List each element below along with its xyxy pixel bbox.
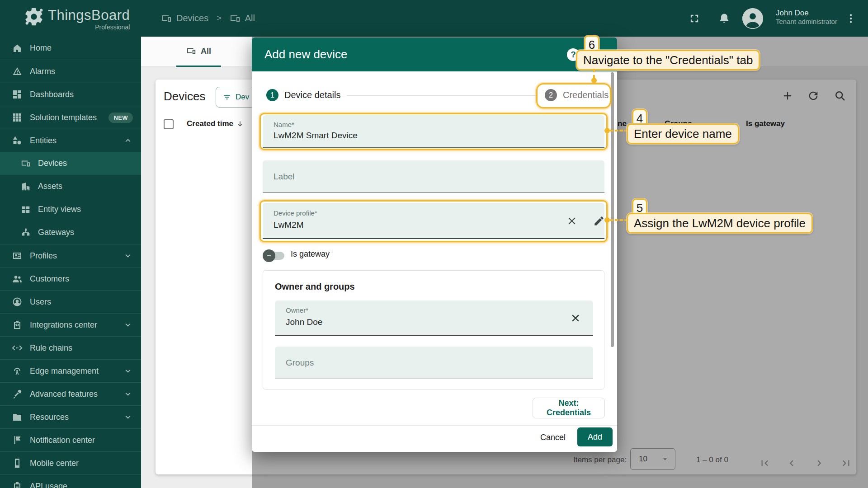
gateways-hub-icon bbox=[21, 228, 31, 238]
assets-building-icon bbox=[21, 182, 31, 192]
column-header-created-time[interactable]: Created time bbox=[187, 119, 244, 128]
callout-6-text: Navigate to the "Credentials" tab bbox=[576, 50, 760, 70]
breadcrumb: Devices > All bbox=[161, 0, 255, 37]
sidebar: Home Alarms Dashboards Solution template… bbox=[0, 37, 141, 488]
breadcrumb-separator: > bbox=[217, 14, 222, 23]
sidebar-item-notification-center[interactable]: Notification center bbox=[0, 428, 141, 451]
select-all-checkbox[interactable] bbox=[164, 119, 174, 129]
breadcrumb-all[interactable]: All bbox=[230, 13, 255, 24]
home-icon bbox=[12, 43, 23, 54]
sidebar-item-advanced-features[interactable]: Advanced features bbox=[0, 382, 141, 405]
sidebar-item-alarms[interactable]: Alarms bbox=[0, 60, 141, 83]
entity-views-icon bbox=[21, 205, 31, 215]
sidebar-item-integrations-center[interactable]: Integrations center bbox=[0, 313, 141, 336]
brand-subtitle: Professional bbox=[95, 23, 130, 31]
kebab-menu-icon[interactable] bbox=[844, 12, 857, 25]
step-1-label[interactable]: Device details bbox=[284, 90, 341, 100]
sidebar-item-home[interactable]: Home bbox=[0, 37, 141, 60]
dialog-title: Add new device bbox=[264, 38, 348, 71]
add-button[interactable]: Add bbox=[577, 427, 613, 446]
dashboards-icon bbox=[12, 89, 23, 100]
owner-input[interactable]: Owner* John Doe bbox=[275, 300, 593, 336]
profiles-badge-icon bbox=[12, 250, 23, 261]
sidebar-item-users[interactable]: Users bbox=[0, 290, 141, 313]
clipboard-icon bbox=[12, 481, 23, 488]
dialog-scrollbar[interactable] bbox=[611, 72, 614, 347]
devices-icon bbox=[230, 13, 241, 24]
step-1-circle[interactable]: 1 bbox=[266, 89, 278, 101]
user-role: Tenant administrator bbox=[776, 18, 837, 26]
new-badge: NEW bbox=[108, 113, 133, 123]
toggle-minus-icon bbox=[263, 249, 275, 262]
user-info[interactable]: John Doe Tenant administrator bbox=[776, 8, 837, 26]
sort-desc-arrow-icon bbox=[236, 120, 244, 128]
devices-icon bbox=[186, 46, 196, 56]
sidebar-item-rule-chains[interactable]: Rule chains bbox=[0, 336, 141, 359]
sidebar-item-gateways[interactable]: Gateways bbox=[0, 221, 141, 244]
sidebar-item-solution-templates[interactable]: Solution templates NEW bbox=[0, 106, 141, 129]
next-credentials-button[interactable]: Next: Credentials bbox=[533, 398, 605, 418]
stepper-connector bbox=[347, 95, 537, 96]
owner-and-groups-title: Owner and groups bbox=[275, 282, 355, 292]
sidebar-item-edge-management[interactable]: Edge management bbox=[0, 359, 141, 382]
rule-chains-icon bbox=[12, 343, 23, 353]
devices-icon bbox=[21, 159, 31, 169]
sidebar-item-entities[interactable]: Entities bbox=[0, 129, 141, 152]
grid-icon bbox=[12, 112, 23, 123]
callout-5-text: Assign the LwM2M device profile bbox=[627, 213, 813, 234]
sidebar-item-entity-views[interactable]: Entity views bbox=[0, 198, 141, 221]
highlight-credentials-step bbox=[536, 83, 611, 108]
sidebar-item-assets[interactable]: Assets bbox=[0, 175, 141, 198]
sidebar-item-api-usage[interactable]: API usage bbox=[0, 474, 141, 488]
sidebar-item-resources[interactable]: Resources bbox=[0, 405, 141, 428]
groups-field-placeholder: Groups bbox=[286, 358, 314, 368]
sidebar-item-profiles[interactable]: Profiles bbox=[0, 244, 141, 267]
flag-icon bbox=[12, 435, 23, 446]
alarm-warning-icon bbox=[12, 66, 23, 77]
customers-people-icon bbox=[12, 273, 23, 284]
user-circle-icon bbox=[12, 296, 23, 307]
chevron-down-icon bbox=[123, 251, 133, 261]
label-input[interactable]: Label bbox=[263, 160, 604, 193]
user-name: John Doe bbox=[776, 8, 837, 18]
sidebar-item-devices[interactable]: Devices bbox=[0, 152, 141, 175]
clear-icon[interactable] bbox=[570, 312, 581, 324]
notifications-bell-icon[interactable] bbox=[718, 12, 731, 25]
owner-field-value: John Doe bbox=[286, 317, 322, 327]
sidebar-item-mobile-center[interactable]: Mobile center bbox=[0, 451, 141, 474]
sidebar-item-dashboards[interactable]: Dashboards bbox=[0, 83, 141, 106]
owner-field-label: Owner* bbox=[286, 306, 308, 314]
is-gateway-label: Is gateway bbox=[291, 249, 330, 259]
tab-all[interactable]: All bbox=[176, 37, 221, 67]
connector-dash bbox=[610, 219, 628, 221]
callout-4-text: Enter device name bbox=[627, 123, 739, 144]
top-bar: ThingsBoard Professional Devices > All bbox=[0, 0, 868, 37]
highlight-name-field bbox=[259, 113, 608, 150]
integrations-icon bbox=[12, 319, 23, 330]
fullscreen-icon[interactable] bbox=[688, 12, 701, 25]
avatar[interactable] bbox=[742, 8, 763, 29]
cancel-button[interactable]: Cancel bbox=[536, 428, 570, 446]
entities-shapes-icon bbox=[12, 135, 23, 146]
label-field-placeholder: Label bbox=[274, 172, 295, 182]
table-title: Devices bbox=[164, 89, 205, 103]
connector-dot bbox=[604, 217, 610, 223]
chevron-down-icon bbox=[123, 320, 133, 330]
connector-dot bbox=[591, 78, 597, 83]
is-gateway-toggle[interactable] bbox=[264, 252, 284, 260]
tools-icon bbox=[12, 389, 23, 399]
connector-dot bbox=[604, 128, 610, 133]
brand-title: ThingsBoard bbox=[48, 7, 130, 23]
folder-icon bbox=[12, 412, 23, 422]
dialog-header: Add new device ? bbox=[252, 38, 617, 71]
groups-input[interactable]: Groups bbox=[275, 347, 593, 379]
highlight-device-profile-field bbox=[259, 200, 608, 242]
connector-dash bbox=[610, 130, 628, 131]
connector-dash bbox=[593, 69, 595, 79]
owner-and-groups-section: Owner and groups Owner* John Doe Groups bbox=[263, 270, 604, 389]
brand-logo: ThingsBoard Professional bbox=[24, 6, 130, 27]
breadcrumb-devices[interactable]: Devices bbox=[161, 13, 208, 24]
sidebar-item-customers[interactable]: Customers bbox=[0, 267, 141, 290]
filter-icon bbox=[222, 93, 231, 102]
chevron-up-icon bbox=[123, 136, 133, 145]
